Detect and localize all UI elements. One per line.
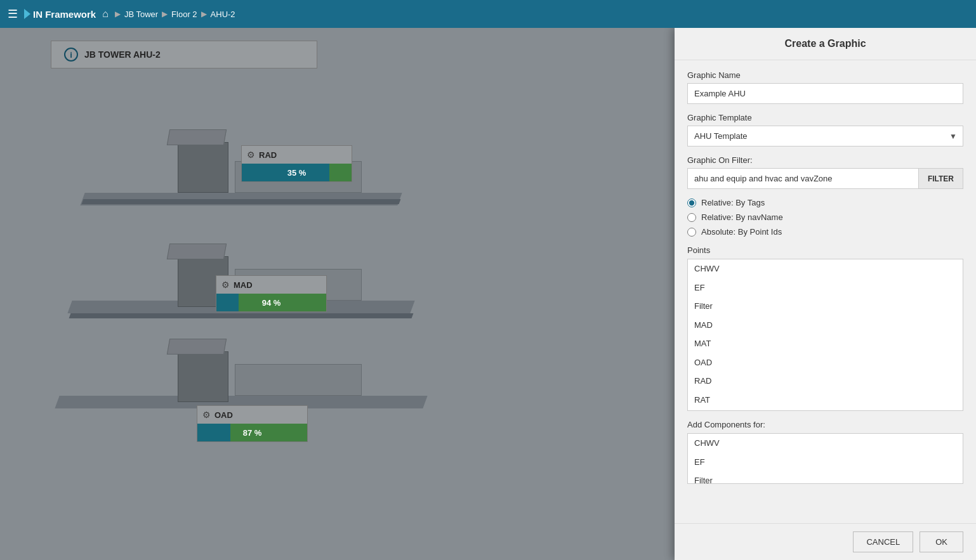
graphic-template-group: Graphic Template AHU Template VAV Templa… (687, 113, 963, 147)
add-components-list-item[interactable]: Filter (688, 471, 963, 484)
modal-scroll-area[interactable]: Graphic Name Graphic Template AHU Templa… (675, 60, 976, 523)
graphic-template-label: Graphic Template (687, 113, 963, 122)
breadcrumb: ▶ JB Tower ▶ Floor 2 ▶ AHU-2 (115, 10, 235, 19)
points-group: Points CHWVEFFilterMADMATOADRADRATSAFSAP… (687, 245, 963, 411)
create-graphic-modal: Create a Graphic Graphic Name Graphic Te… (675, 28, 976, 560)
breadcrumb-separator-3: ▶ (201, 10, 207, 18)
ok-button[interactable]: OK (920, 531, 963, 552)
points-list-item[interactable]: MAT (688, 334, 963, 353)
radio-relative-nav-label: Relative: By navName (701, 212, 783, 222)
add-components-list[interactable]: CHWVEFFilter (687, 433, 963, 484)
breadcrumb-separator-2: ▶ (162, 10, 168, 18)
modal-body: Graphic Name Graphic Template AHU Templa… (675, 60, 976, 503)
breadcrumb-jbtower[interactable]: JB Tower (124, 10, 158, 19)
graphic-template-select-wrapper: AHU Template VAV Template Chiller Templa… (687, 126, 963, 147)
radio-relative-nav[interactable]: Relative: By navName (687, 212, 963, 222)
points-list-item[interactable]: SAF (688, 409, 963, 411)
radio-absolute-points[interactable]: Absolute: By Point Ids (687, 227, 963, 237)
radio-absolute-points-label: Absolute: By Point Ids (701, 227, 782, 237)
modal-title: Create a Graphic (675, 28, 976, 60)
breadcrumb-ahu2[interactable]: AHU-2 (211, 10, 235, 19)
graphic-name-input[interactable] (687, 83, 963, 104)
radio-absolute-points-input[interactable] (687, 228, 696, 237)
points-label: Points (687, 245, 963, 255)
graphic-name-group: Graphic Name (687, 70, 963, 104)
radio-relative-tags[interactable]: Relative: By Tags (687, 198, 963, 207)
points-list-item[interactable]: RAD (688, 372, 963, 391)
breadcrumb-separator-1: ▶ (115, 10, 121, 18)
points-list-item[interactable]: CHWV (688, 259, 963, 278)
oad-percent: 87 % (243, 428, 262, 438)
logo-text: IN Framework (33, 9, 96, 20)
logo-arrow-icon (24, 9, 30, 19)
cancel-button[interactable]: CANCEL (853, 531, 913, 552)
graphic-on-filter-input[interactable] (687, 168, 918, 189)
points-list-item[interactable]: MAD (688, 316, 963, 335)
points-list[interactable]: CHWVEFFilterMADMATOADRADRATSAFSAPSATSF (687, 259, 963, 411)
modal-overlay: Create a Graphic Graphic Name Graphic Te… (0, 28, 976, 560)
rad-percent: 35 % (287, 168, 307, 178)
add-components-list-item[interactable]: CHWV (688, 434, 963, 453)
radio-relative-tags-label: Relative: By Tags (701, 198, 765, 207)
graphic-on-filter-group: Graphic On Filter: FILTER (687, 155, 963, 189)
app-logo: IN Framework (24, 9, 96, 20)
modal-footer: CANCEL OK (675, 523, 976, 560)
points-list-item[interactable]: EF (688, 278, 963, 297)
menu-icon[interactable]: ☰ (8, 7, 18, 21)
radio-relative-tags-input[interactable] (687, 199, 696, 207)
add-components-label: Add Components for: (687, 420, 963, 429)
mad-percent: 94 % (262, 298, 281, 308)
points-list-item[interactable]: OAD (688, 353, 963, 372)
main-content: i JB TOWER AHU-2 ⚙ RAD 35 % (0, 28, 976, 560)
filter-button[interactable]: FILTER (918, 168, 963, 189)
points-list-item[interactable]: RAT (688, 391, 963, 410)
radio-group: Relative: By Tags Relative: By navName A… (687, 198, 963, 237)
home-icon[interactable]: ⌂ (102, 8, 109, 20)
app-header: ☰ IN Framework ⌂ ▶ JB Tower ▶ Floor 2 ▶ … (0, 0, 976, 28)
graphic-template-select[interactable]: AHU Template VAV Template Chiller Templa… (687, 126, 963, 147)
graphic-on-filter-label: Graphic On Filter: (687, 155, 963, 165)
add-components-group: Add Components for: CHWVEFFilter (687, 420, 963, 484)
filter-row: FILTER (687, 168, 963, 189)
radio-relative-nav-input[interactable] (687, 213, 696, 222)
points-list-item[interactable]: Filter (688, 297, 963, 316)
breadcrumb-floor2[interactable]: Floor 2 (171, 10, 197, 19)
graphic-name-label: Graphic Name (687, 70, 963, 80)
add-components-list-item[interactable]: EF (688, 453, 963, 472)
